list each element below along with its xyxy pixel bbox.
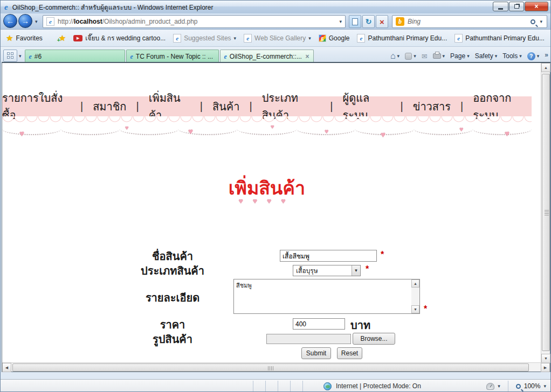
- reset-button[interactable]: Reset: [337, 347, 362, 359]
- compatibility-view-icon: [352, 18, 358, 25]
- forward-button[interactable]: →: [18, 14, 32, 28]
- chevron-down-icon[interactable]: ▾: [498, 383, 500, 389]
- description-value: สีชมพู: [236, 281, 252, 290]
- scroll-down-icon[interactable]: ▼: [541, 354, 550, 363]
- stop-button[interactable]: ×: [376, 15, 388, 28]
- restore-button[interactable]: [509, 2, 524, 11]
- favorite-item-4[interactable]: g Google: [319, 34, 350, 42]
- chevron-down-icon: ▾: [397, 53, 400, 59]
- tab-list-chevron-icon[interactable]: ▾: [19, 53, 22, 59]
- price-input[interactable]: [293, 318, 345, 330]
- nav-separator: |: [200, 100, 203, 113]
- close-button[interactable]: ×: [525, 2, 548, 11]
- tools-menu-label: Tools: [502, 52, 518, 60]
- scroll-left-icon[interactable]: ◀: [2, 363, 11, 372]
- chevron-down-icon[interactable]: ▾: [543, 383, 546, 389]
- address-bar: ← → ▾ e http://localhost/Oilshop/admin_p…: [1, 13, 551, 30]
- tools-menu-button[interactable]: Tools▾: [502, 52, 522, 60]
- page-icon: e: [46, 17, 54, 26]
- product-type-select[interactable]: เสื้อบุรุษ ▼: [293, 265, 361, 276]
- favorite-item-label: เจี๊ยบ & กร wedding cartoo...: [85, 33, 166, 43]
- recent-pages-chevron-icon[interactable]: ▾: [35, 19, 38, 24]
- heart-icon: ♥: [459, 125, 463, 133]
- browser-window: e OilShop_E-commerch:: สำหรับผู้ดูแลระบบ…: [0, 0, 551, 392]
- scroll-up-icon[interactable]: ▲: [541, 63, 550, 72]
- help-button[interactable]: ?▾: [527, 52, 540, 60]
- feeds-icon: [405, 53, 412, 60]
- favorites-button[interactable]: ★ Favorites: [6, 33, 43, 43]
- ie-logo-icon: e: [4, 3, 8, 12]
- favorite-item-2[interactable]: e Suggested Sites ▾: [173, 34, 236, 43]
- scroll-up-icon[interactable]: ▲: [411, 279, 419, 288]
- compatibility-view-button[interactable]: [349, 15, 361, 28]
- smartscreen-gauge-icon[interactable]: [486, 383, 494, 390]
- vertical-scrollbar[interactable]: ▲ ▼: [541, 63, 550, 363]
- print-button[interactable]: ▾: [433, 53, 445, 59]
- feeds-button[interactable]: ▾: [405, 53, 416, 60]
- product-type-value: เสื้อบุรุษ: [293, 265, 318, 276]
- url-scheme: http://: [58, 18, 74, 25]
- scroll-down-icon[interactable]: ▼: [411, 305, 419, 313]
- heart-icon: ♥: [505, 129, 509, 138]
- home-icon: ⌂: [390, 51, 396, 61]
- zoom-magnifier-icon[interactable]: [516, 384, 521, 389]
- home-button[interactable]: ⌂▾: [390, 51, 400, 61]
- address-dropdown-chevron-icon[interactable]: ▾: [339, 19, 345, 24]
- favorite-item-6[interactable]: e Pathumthani Primary Edu...: [454, 34, 545, 43]
- product-name-input[interactable]: [280, 250, 377, 262]
- safety-menu-button[interactable]: Safety▾: [475, 52, 498, 60]
- search-icon[interactable]: [531, 19, 535, 24]
- vertical-scroll-thumb[interactable]: [542, 74, 550, 351]
- zone-text: Internet | Protected Mode: On: [336, 382, 421, 390]
- mail-icon: ✉: [422, 52, 428, 60]
- divider: [290, 381, 291, 391]
- scroll-right-icon[interactable]: ▶: [541, 363, 550, 372]
- nav-separator: |: [80, 100, 83, 113]
- tab-3-active[interactable]: e OilShop_E-commerch::... ×: [220, 50, 314, 63]
- zoom-level[interactable]: 100%: [524, 382, 541, 390]
- command-overflow-button[interactable]: »: [545, 51, 548, 59]
- window-title: OilShop_E-commerch:: สำหรับผู้ดูแลระบบ -…: [12, 2, 213, 12]
- description-textarea[interactable]: สีชมพู ▲ ▼: [233, 279, 420, 314]
- quick-tabs-button[interactable]: [3, 50, 17, 62]
- address-field[interactable]: e http://localhost/Oilshop/admin_product…: [43, 15, 346, 28]
- printer-icon: [433, 53, 441, 59]
- page-menu-button[interactable]: Page▾: [450, 52, 470, 60]
- tab-1[interactable]: e #6: [25, 50, 125, 63]
- search-options-chevron-icon[interactable]: ▾: [540, 19, 542, 24]
- horizontal-scroll-thumb[interactable]: [12, 363, 529, 372]
- nav-item-members[interactable]: สมาชิก: [93, 98, 126, 115]
- nav-item-products[interactable]: สินค้า: [212, 98, 240, 115]
- favorite-item-1[interactable]: ▶ เจี๊ยบ & กร wedding cartoo...: [73, 33, 166, 43]
- nav-separator: |: [330, 100, 333, 113]
- search-box[interactable]: b Bing ▾: [392, 15, 547, 28]
- file-path-field[interactable]: [266, 334, 351, 344]
- nav-separator: |: [401, 100, 403, 113]
- nav-item-news[interactable]: ข่าวสาร: [413, 98, 451, 115]
- read-mail-button[interactable]: ✉: [422, 52, 428, 60]
- minimize-icon: [498, 8, 503, 10]
- ie-tab-icon: e: [29, 53, 32, 61]
- heart-icon: ♥: [381, 130, 385, 139]
- title-hearts-decoration: ♥♥♥♥: [2, 197, 532, 205]
- tab-label: OilShop_E-commerch::...: [230, 53, 302, 60]
- refresh-button[interactable]: ↻: [362, 15, 375, 28]
- favorite-item-5[interactable]: e Pathumthani Primary Edu...: [357, 34, 447, 43]
- chevron-down-icon: ▾: [519, 53, 522, 59]
- minimize-button[interactable]: [493, 2, 508, 11]
- tab-label: TC Forum - New Topic :: ...: [136, 53, 213, 60]
- favorite-item-3[interactable]: e Web Slice Gallery ▾: [244, 34, 311, 43]
- textarea-scrollbar[interactable]: ▲ ▼: [411, 279, 419, 313]
- nav-separator: |: [460, 100, 463, 113]
- back-button[interactable]: ←: [3, 14, 17, 28]
- browse-button[interactable]: Browse...: [353, 333, 395, 345]
- horizontal-scrollbar[interactable]: ◀ ▶: [2, 362, 550, 372]
- tab-close-icon[interactable]: ×: [306, 53, 309, 60]
- add-favorite-button[interactable]: ★ +: [59, 33, 66, 43]
- chevron-down-icon: ▾: [537, 53, 540, 59]
- submit-button[interactable]: Submit: [301, 347, 331, 359]
- tab-2[interactable]: e TC Forum - New Topic :: ...: [126, 50, 219, 63]
- divider: [302, 381, 303, 391]
- heart-icon: ♥: [125, 124, 129, 131]
- ie-document-icon: e: [357, 34, 365, 43]
